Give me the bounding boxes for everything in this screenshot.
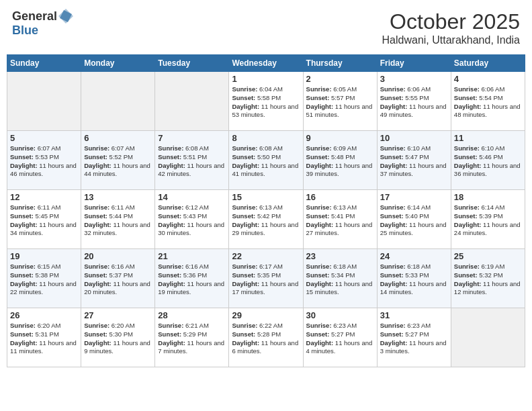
calendar-week-2: 5Sunrise: 6:07 AMSunset: 5:53 PMDaylight… [7,131,525,190]
day-number: 15 [232,192,300,202]
cell-info-line: Sunrise: 6:07 AM [84,144,152,153]
day-number: 7 [158,133,226,143]
cell-info-line: Sunset: 5:34 PM [306,271,374,280]
calendar-cell: 5Sunrise: 6:07 AMSunset: 5:53 PMDaylight… [7,131,81,190]
day-number: 30 [306,310,374,320]
cell-info-line: Sunrise: 6:08 AM [158,144,226,153]
cell-info-line: Sunrise: 6:11 AM [10,203,78,212]
calendar-cell: 27Sunrise: 6:20 AMSunset: 5:30 PMDayligh… [81,308,155,367]
day-number: 8 [232,133,300,143]
calendar-body: 1Sunrise: 6:04 AMSunset: 5:58 PMDaylight… [7,72,525,367]
cell-info-line: Sunrise: 6:20 AM [10,322,78,330]
day-number: 5 [10,133,78,143]
cell-info-line: Daylight: 11 hours and 4 minutes. [306,339,374,357]
day-number: 26 [10,310,78,320]
cell-info-line: Daylight: 11 hours and 14 minutes. [380,280,448,298]
day-number: 14 [158,192,226,202]
cell-info-line: Daylight: 11 hours and 37 minutes. [380,162,448,179]
calendar-cell: 18Sunrise: 6:14 AMSunset: 5:39 PMDayligh… [451,190,525,249]
calendar-cell: 24Sunrise: 6:18 AMSunset: 5:33 PMDayligh… [377,249,451,308]
cell-info-line: Sunrise: 6:13 AM [306,203,374,212]
cell-info-line: Sunset: 5:42 PM [232,212,300,221]
cell-info-line: Sunrise: 6:20 AM [84,322,152,330]
calendar-cell: 14Sunrise: 6:12 AMSunset: 5:43 PMDayligh… [155,190,229,249]
column-header-monday: Monday [81,55,155,72]
day-number: 12 [10,192,78,202]
cell-info-line: Daylight: 11 hours and 49 minutes. [380,103,448,120]
day-number: 9 [306,133,374,143]
cell-info-line: Daylight: 11 hours and 25 minutes. [380,221,448,238]
cell-info-line: Sunset: 5:33 PM [380,271,448,280]
cell-info-line: Sunset: 5:41 PM [306,212,374,221]
cell-info-line: Sunrise: 6:17 AM [232,263,300,271]
calendar-table: SundayMondayTuesdayWednesdayThursdayFrid… [7,54,525,367]
cell-info-line: Sunrise: 6:16 AM [84,263,152,271]
cell-info-line: Daylight: 11 hours and 9 minutes. [84,339,152,357]
day-number: 18 [454,192,522,202]
calendar-cell: 6Sunrise: 6:07 AMSunset: 5:52 PMDaylight… [81,131,155,190]
calendar-cell: 2Sunrise: 6:05 AMSunset: 5:57 PMDaylight… [303,72,377,131]
day-number: 16 [306,192,374,202]
day-number: 28 [158,310,226,320]
column-header-thursday: Thursday [303,55,377,72]
cell-info-line: Daylight: 11 hours and 53 minutes. [232,103,300,120]
calendar-cell [155,72,229,131]
column-header-friday: Friday [377,55,451,72]
cell-info-line: Sunrise: 6:15 AM [10,263,78,271]
calendar-cell [81,72,155,131]
calendar-cell: 9Sunrise: 6:09 AMSunset: 5:48 PMDaylight… [303,131,377,190]
cell-info-line: Sunrise: 6:10 AM [380,144,448,153]
cell-info-line: Sunset: 5:48 PM [306,153,374,162]
month-title: October 2025 [382,9,520,34]
cell-info-line: Daylight: 11 hours and 27 minutes. [306,221,374,238]
cell-info-line: Daylight: 11 hours and 12 minutes. [454,280,522,298]
svg-marker-1 [58,9,73,24]
cell-info-line: Sunrise: 6:19 AM [454,263,522,271]
cell-info-line: Daylight: 11 hours and 24 minutes. [454,221,522,238]
cell-info-line: Sunset: 5:50 PM [232,153,300,162]
cell-info-line: Sunrise: 6:14 AM [380,203,448,212]
cell-info-line: Sunset: 5:30 PM [84,330,152,339]
day-number: 24 [380,251,448,261]
cell-info-line: Sunset: 5:57 PM [306,94,374,103]
cell-info-line: Sunrise: 6:14 AM [454,203,522,212]
day-number: 20 [84,251,152,261]
cell-info-line: Sunset: 5:58 PM [232,94,300,103]
cell-info-line: Sunset: 5:51 PM [158,153,226,162]
calendar-cell: 16Sunrise: 6:13 AMSunset: 5:41 PMDayligh… [303,190,377,249]
logo: General Blue [12,9,73,38]
cell-info-line: Sunrise: 6:12 AM [158,203,226,212]
cell-info-line: Sunset: 5:31 PM [10,330,78,339]
cell-info-line: Daylight: 11 hours and 20 minutes. [84,280,152,298]
cell-info-line: Daylight: 11 hours and 44 minutes. [84,162,152,179]
day-number: 21 [158,251,226,261]
calendar-week-3: 12Sunrise: 6:11 AMSunset: 5:45 PMDayligh… [7,190,525,249]
cell-info-line: Daylight: 11 hours and 6 minutes. [232,339,300,357]
calendar-cell: 15Sunrise: 6:13 AMSunset: 5:42 PMDayligh… [229,190,303,249]
cell-info-line: Daylight: 11 hours and 19 minutes. [158,280,226,298]
cell-info-line: Daylight: 11 hours and 7 minutes. [158,339,226,357]
cell-info-line: Sunset: 5:53 PM [10,153,78,162]
calendar-cell: 12Sunrise: 6:11 AMSunset: 5:45 PMDayligh… [7,190,81,249]
cell-info-line: Sunrise: 6:23 AM [380,322,448,330]
cell-info-line: Daylight: 11 hours and 22 minutes. [10,280,78,298]
column-header-wednesday: Wednesday [229,55,303,72]
calendar-cell: 30Sunrise: 6:23 AMSunset: 5:27 PMDayligh… [303,308,377,367]
calendar-cell: 11Sunrise: 6:10 AMSunset: 5:46 PMDayligh… [451,131,525,190]
cell-info-line: Sunset: 5:52 PM [84,153,152,162]
cell-info-line: Daylight: 11 hours and 41 minutes. [232,162,300,179]
calendar-week-5: 26Sunrise: 6:20 AMSunset: 5:31 PMDayligh… [7,308,525,367]
cell-info-line: Sunrise: 6:04 AM [232,85,300,94]
cell-info-line: Sunrise: 6:09 AM [306,144,374,153]
cell-info-line: Sunset: 5:36 PM [158,271,226,280]
cell-info-line: Daylight: 11 hours and 34 minutes. [10,221,78,238]
day-number: 19 [10,251,78,261]
cell-info-line: Daylight: 11 hours and 11 minutes. [10,339,78,357]
day-number: 29 [232,310,300,320]
column-header-sunday: Sunday [7,55,81,72]
cell-info-line: Sunrise: 6:06 AM [380,85,448,94]
column-header-tuesday: Tuesday [155,55,229,72]
cell-info-line: Sunrise: 6:22 AM [232,322,300,330]
calendar-cell: 1Sunrise: 6:04 AMSunset: 5:58 PMDaylight… [229,72,303,131]
cell-info-line: Daylight: 11 hours and 39 minutes. [306,162,374,179]
